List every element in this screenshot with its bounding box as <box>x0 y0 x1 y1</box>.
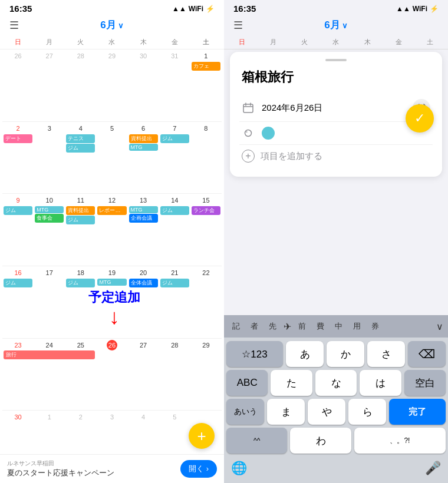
mic-icon[interactable]: 🎤 <box>423 458 443 478</box>
kb-row-3: あいう ま や ら 完了 <box>226 399 446 425</box>
travel-event[interactable]: 旅行 <box>4 350 95 359</box>
add-item-button[interactable]: + <box>242 150 255 163</box>
kb-tool-sha[interactable]: 者 <box>247 319 262 334</box>
kb-tool-naka[interactable]: 中 <box>331 319 346 334</box>
kb-tool-mae[interactable]: 前 <box>295 319 309 334</box>
cal-cell[interactable]: 10 MTG 食事会 <box>34 194 65 266</box>
kb-tool-plane-icon[interactable]: ✈ <box>284 321 291 332</box>
svg-point-2 <box>245 130 252 137</box>
cal-week-4: 16 ジム 17 18 ジム 19 MTG 20 全体会議 21 ジム 22 <box>2 266 222 339</box>
right-cal-header: ☰ 6月∨ <box>224 16 448 37</box>
kb-key-sa[interactable]: さ <box>367 341 405 367</box>
left-cal-title[interactable]: 6月∨ <box>100 18 123 32</box>
right-weekday-sat: 土 <box>414 37 446 49</box>
cal-cell[interactable]: 28 <box>159 339 190 411</box>
cal-cell[interactable]: 25 <box>65 339 96 411</box>
kb-key-ra[interactable]: ら <box>348 399 386 425</box>
kb-tool-saki[interactable]: 先 <box>265 319 280 334</box>
right-weekday-sun: 日 <box>226 37 258 49</box>
event-date[interactable]: 2024年6月26日 <box>262 102 406 114</box>
kb-key-punct[interactable]: 、。?! <box>354 428 446 454</box>
kb-tool-ki[interactable]: 記 <box>229 319 243 334</box>
cal-cell[interactable]: 24 <box>34 339 65 411</box>
right-cal-title[interactable]: 6月∨ <box>324 18 347 32</box>
signal-icon: ▲▲ <box>172 5 186 13</box>
left-status-icons: ▲▲ WiFi ⚡ <box>172 5 215 13</box>
cal-cell[interactable]: 29 <box>96 49 127 121</box>
cal-cell[interactable]: 11 資料提出 ジム <box>65 194 96 266</box>
kb-key-ma[interactable]: ま <box>267 399 305 425</box>
cal-cell[interactable]: 17 <box>34 266 65 338</box>
kb-tool-ken[interactable]: 券 <box>368 319 383 334</box>
kb-key-ka[interactable]: か <box>327 341 364 367</box>
kb-key-done[interactable]: 完了 <box>389 399 446 425</box>
event-color-dot[interactable] <box>262 127 275 140</box>
kb-key-na[interactable]: な <box>315 370 357 396</box>
event-title[interactable]: 箱根旅行 <box>239 68 433 86</box>
cal-cell[interactable]: 8 <box>190 122 222 194</box>
cal-cell[interactable]: 5 <box>96 122 127 194</box>
kb-key-a[interactable]: あ <box>286 341 324 367</box>
cal-cell[interactable]: 30 <box>128 49 159 121</box>
cal-week-2: 2 デート 3 4 テニス ジム 5 6 資料提出 MTG 7 ジム 8 <box>2 122 222 194</box>
kb-key-abc[interactable]: ABC <box>226 370 268 396</box>
kb-tool-chevron-icon[interactable]: ∨ <box>436 321 443 332</box>
color-row <box>239 122 433 145</box>
kb-key-ha[interactable]: は <box>360 370 401 396</box>
kb-tool-you[interactable]: 用 <box>350 319 364 334</box>
cal-cell[interactable]: 20 全体会議 <box>128 266 159 338</box>
cal-cell[interactable]: 27 <box>34 49 65 121</box>
kb-key-ya[interactable]: や <box>308 399 345 425</box>
cal-cell[interactable]: 9 ジム <box>2 194 34 266</box>
right-weekday-mon: 月 <box>258 37 289 49</box>
kb-toolbar: 記 者 先 ✈ 前 費 中 用 券 ∨ <box>224 315 448 338</box>
cal-cell[interactable]: 14 ジム <box>159 194 190 266</box>
cal-cell[interactable]: 23 <box>2 339 34 411</box>
right-status-icons: ▲▲ WiFi ⚡ <box>396 5 439 13</box>
cal-cell[interactable]: 4 テニス ジム <box>65 122 96 194</box>
cal-cell[interactable]: 2 デート <box>2 122 34 194</box>
cal-cell[interactable]: 19 MTG <box>96 266 127 338</box>
left-cal-grid: 26 27 28 29 30 31 1 カフェ 2 デート 3 4 テニス ジム… <box>0 49 224 483</box>
left-menu-icon[interactable]: ☰ <box>9 19 19 32</box>
cal-cell[interactable]: 29 <box>190 339 222 411</box>
cal-cell[interactable]: 18 ジム <box>65 266 96 338</box>
left-time: 16:35 <box>9 4 32 14</box>
cal-cell[interactable]: 31 <box>159 49 190 121</box>
cal-cell[interactable]: 7 ジム <box>159 122 190 194</box>
kb-key-123[interactable]: ☆123 <box>226 341 283 367</box>
calendar-icon <box>242 101 255 114</box>
kb-key-delete[interactable]: ⌫ <box>408 341 446 367</box>
cal-cell[interactable]: 27 <box>128 339 159 411</box>
globe-icon[interactable]: 🌐 <box>229 458 249 478</box>
wifi-icon: WiFi <box>189 5 203 13</box>
cal-cell[interactable]: 3 <box>34 122 65 194</box>
right-menu-icon[interactable]: ☰ <box>233 19 243 32</box>
cal-cell[interactable]: 28 <box>65 49 96 121</box>
cal-cell[interactable]: 1 カフェ <box>190 49 222 121</box>
cal-cell[interactable]: 15 ランチ会 <box>190 194 222 266</box>
cal-cell[interactable]: 6 資料提出 MTG <box>128 122 159 194</box>
kb-key-wa[interactable]: わ <box>290 428 351 454</box>
cal-cell[interactable]: 26 <box>2 49 34 121</box>
right-status-bar: 16:35 ▲▲ WiFi ⚡ <box>224 0 448 16</box>
kb-key-aiueo[interactable]: あいう <box>226 399 264 425</box>
kb-key-space[interactable]: 空白 <box>404 370 446 396</box>
kb-key-caret[interactable]: ^^ <box>226 428 287 454</box>
cal-cell[interactable]: 16 ジム <box>2 266 34 338</box>
cal-week-1: 26 27 28 29 30 31 1 カフェ <box>2 49 222 122</box>
kb-tool-hi[interactable]: 費 <box>313 319 328 334</box>
add-item-label[interactable]: 項目を追加する <box>261 151 322 162</box>
banner-open-button[interactable]: 開く › <box>180 460 217 478</box>
cal-cell[interactable]: 13 MTG 企画会議 <box>128 194 159 266</box>
add-event-button[interactable]: + <box>189 423 215 449</box>
cal-cell[interactable]: 12 レポート提 <box>96 194 127 266</box>
cal-cell[interactable]: 26 <box>96 339 127 411</box>
weekday-tue: 火 <box>65 37 96 49</box>
kb-key-ta[interactable]: た <box>271 370 312 396</box>
keyboard: 記 者 先 ✈ 前 費 中 用 券 ∨ ☆123 あ か さ ⌫ ABC た <box>224 315 448 483</box>
cal-cell[interactable]: 22 <box>190 266 222 338</box>
cal-cell[interactable]: 21 ジム <box>159 266 190 338</box>
confirm-button[interactable]: ✓ <box>406 104 434 133</box>
right-battery-icon: ⚡ <box>430 5 439 13</box>
